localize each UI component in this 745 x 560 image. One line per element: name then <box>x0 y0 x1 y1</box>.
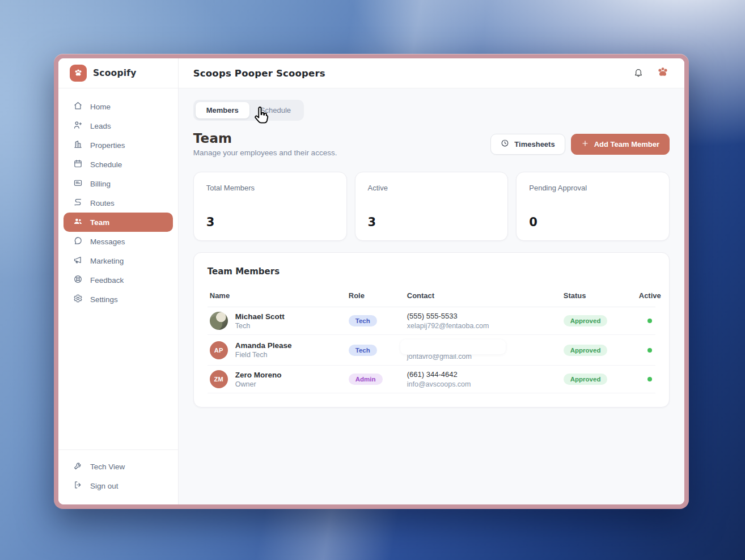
role-badge: Tech <box>349 345 377 356</box>
user-plus-icon <box>73 120 83 131</box>
member-name: Amanda Please <box>235 341 292 350</box>
building-icon <box>73 139 83 151</box>
sidebar-item-settings[interactable]: Settings <box>64 290 173 309</box>
page-subtitle: Manage your employees and their access. <box>193 149 337 157</box>
page-title: Team <box>193 131 337 146</box>
sidebar-item-messages[interactable]: Messages <box>64 232 173 251</box>
sidebar-item-leads[interactable]: Leads <box>64 116 173 135</box>
member-name: Zero Moreno <box>235 371 282 379</box>
home-icon <box>73 101 83 112</box>
column-header-status: Status <box>564 291 639 300</box>
tab-bar: Members Schedule <box>193 100 304 121</box>
route-icon <box>73 197 83 209</box>
stat-label: Active <box>368 184 496 192</box>
sidebar-item-feedback[interactable]: Feedback <box>64 270 173 290</box>
status-badge: Approved <box>564 345 608 356</box>
stat-value: 3 <box>368 215 496 229</box>
sidebar-item-routes[interactable]: Routes <box>64 193 173 213</box>
stat-label: Total Members <box>206 184 334 192</box>
member-name: Michael Scott <box>235 312 285 321</box>
sidebar-item-label: Schedule <box>90 160 122 169</box>
stat-card-total-members: Total Members 3 <box>193 172 347 241</box>
member-name-cell: ZM Zero Moreno Owner <box>210 370 349 388</box>
sidebar: Scoopify Home Leads Properties Schedul <box>58 58 179 504</box>
brand-name: Scoopify <box>93 68 137 78</box>
sidebar-item-label: Feedback <box>90 276 124 285</box>
add-team-member-label: Add Team Member <box>594 140 659 149</box>
add-team-member-button[interactable]: Add Team Member <box>571 134 670 155</box>
page-actions: Timesheets Add Team Member <box>490 134 670 155</box>
table-row[interactable]: ZM Zero Moreno Owner Admin (661) 344-464… <box>208 366 655 393</box>
sidebar-footer: Tech View Sign out <box>58 449 178 504</box>
sidebar-nav: Home Leads Properties Schedule Billing <box>58 88 178 449</box>
table-header-row: Name Role Contact Status Active <box>208 288 655 307</box>
column-header-active: Active <box>639 291 661 300</box>
stat-cards: Total Members 3 Active 3 Pending Approva… <box>193 172 670 241</box>
company-title: Scoops Pooper Scoopers <box>193 68 325 79</box>
gear-icon <box>73 294 83 305</box>
sidebar-item-billing[interactable]: Billing <box>64 174 173 193</box>
redacted-phone-overlay <box>400 340 506 354</box>
page-header: Team Manage your employees and their acc… <box>193 131 670 157</box>
clock-icon <box>501 139 509 149</box>
app-frame: Scoopify Home Leads Properties Schedul <box>58 58 684 504</box>
sidebar-item-label: Team <box>90 218 109 227</box>
table-row[interactable]: Michael Scott Tech Tech (555) 555-5533 x… <box>208 307 655 335</box>
table-title: Team Members <box>208 266 655 277</box>
sidebar-item-label: Billing <box>90 180 111 188</box>
member-email: xelapij792@fentaoba.com <box>407 322 564 330</box>
sidebar-item-properties[interactable]: Properties <box>64 135 173 155</box>
sidebar-item-label: Routes <box>90 199 115 207</box>
app-window: Scoopify Home Leads Properties Schedul <box>54 54 689 509</box>
tab-members[interactable]: Members <box>196 102 249 118</box>
role-badge: Admin <box>349 374 383 385</box>
sidebar-item-label: Home <box>90 103 111 111</box>
sidebar-item-team[interactable]: Team <box>64 213 173 232</box>
status-badge: Approved <box>564 374 608 385</box>
team-icon <box>73 217 83 228</box>
page-title-block: Team Manage your employees and their acc… <box>193 131 337 157</box>
timesheets-button[interactable]: Timesheets <box>490 134 565 155</box>
sidebar-item-marketing[interactable]: Marketing <box>64 251 173 270</box>
member-role-subtitle: Tech <box>235 322 285 330</box>
notifications-button[interactable] <box>633 67 644 79</box>
stat-value: 3 <box>206 215 334 229</box>
member-role-subtitle: Field Tech <box>235 351 292 359</box>
life-ring-icon <box>73 274 83 286</box>
sidebar-item-label: Sign out <box>90 482 118 490</box>
sidebar-item-tech-view[interactable]: Tech View <box>64 457 173 476</box>
active-status-dot <box>647 348 652 353</box>
avatar: ZM <box>210 370 228 388</box>
stat-card-active: Active 3 <box>355 172 509 241</box>
chat-icon <box>73 236 83 247</box>
sidebar-item-label: Properties <box>90 141 125 150</box>
sidebar-item-schedule[interactable]: Schedule <box>64 155 173 174</box>
sidebar-item-home[interactable]: Home <box>64 97 173 116</box>
tab-schedule[interactable]: Schedule <box>249 102 302 118</box>
content-area: Members Schedule Team Manage your employ… <box>179 88 684 504</box>
plus-icon <box>581 139 589 149</box>
sidebar-item-sign-out[interactable]: Sign out <box>64 476 173 495</box>
table-row[interactable]: AP Amanda Please Field Tech Tech jontavr… <box>208 335 655 366</box>
bell-icon <box>633 67 644 79</box>
stat-value: 0 <box>529 215 657 229</box>
mascot-icon <box>656 66 670 81</box>
column-header-contact: Contact <box>407 291 564 300</box>
topbar: Scoops Pooper Scoopers <box>179 58 684 88</box>
avatar <box>210 312 228 330</box>
sidebar-item-label: Messages <box>90 237 125 246</box>
member-name-cell: Michael Scott Tech <box>210 312 349 330</box>
profile-avatar[interactable] <box>656 66 670 81</box>
member-phone: (555) 555-5533 <box>407 312 564 320</box>
paw-icon <box>70 65 87 82</box>
sidebar-item-label: Leads <box>90 122 111 130</box>
role-badge: Tech <box>349 315 377 326</box>
topbar-actions <box>633 66 670 81</box>
main-panel: Scoops Pooper Scoopers Members Schedule <box>179 58 684 504</box>
brand: Scoopify <box>58 58 178 88</box>
stat-card-pending-approval: Pending Approval 0 <box>516 172 670 241</box>
sidebar-item-label: Settings <box>90 295 118 304</box>
member-name-cell: AP Amanda Please Field Tech <box>210 341 349 359</box>
sign-out-icon <box>73 480 83 491</box>
active-status-dot <box>647 377 652 381</box>
